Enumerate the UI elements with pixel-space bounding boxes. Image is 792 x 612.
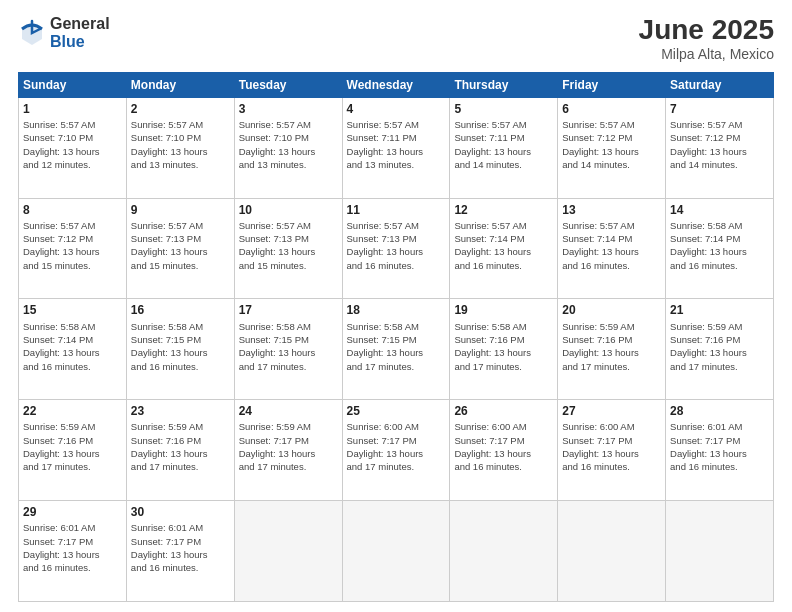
- day-info-line: Daylight: 13 hours: [347, 347, 424, 358]
- title-block: June 2025 Milpa Alta, Mexico: [639, 15, 774, 62]
- day-info-line: Sunset: 7:14 PM: [454, 233, 524, 244]
- day-info-line: Sunset: 7:14 PM: [562, 233, 632, 244]
- day-number: 10: [239, 202, 338, 218]
- day-info: Sunrise: 6:00 AMSunset: 7:17 PMDaylight:…: [562, 420, 661, 473]
- col-wednesday: Wednesday: [342, 72, 450, 97]
- day-info-line: Sunset: 7:16 PM: [454, 334, 524, 345]
- calendar-week-1: 1Sunrise: 5:57 AMSunset: 7:10 PMDaylight…: [19, 97, 774, 198]
- calendar-cell: 30Sunrise: 6:01 AMSunset: 7:17 PMDayligh…: [126, 501, 234, 602]
- day-info-line: and 13 minutes.: [131, 159, 199, 170]
- day-info-line: Sunrise: 6:00 AM: [347, 421, 419, 432]
- day-info-line: Daylight: 13 hours: [239, 448, 316, 459]
- location: Milpa Alta, Mexico: [639, 46, 774, 62]
- day-info-line: Sunset: 7:12 PM: [562, 132, 632, 143]
- calendar-cell: [234, 501, 342, 602]
- calendar-cell: 11Sunrise: 5:57 AMSunset: 7:13 PMDayligh…: [342, 198, 450, 299]
- day-info-line: Sunrise: 5:57 AM: [454, 220, 526, 231]
- calendar-cell: 7Sunrise: 5:57 AMSunset: 7:12 PMDaylight…: [666, 97, 774, 198]
- day-info: Sunrise: 6:01 AMSunset: 7:17 PMDaylight:…: [23, 521, 122, 574]
- col-tuesday: Tuesday: [234, 72, 342, 97]
- day-info-line: Sunrise: 5:58 AM: [23, 321, 95, 332]
- logo-general: General: [50, 15, 110, 33]
- day-info-line: and 17 minutes.: [347, 361, 415, 372]
- day-info: Sunrise: 5:58 AMSunset: 7:16 PMDaylight:…: [454, 320, 553, 373]
- day-info-line: Daylight: 13 hours: [562, 347, 639, 358]
- day-info-line: Sunrise: 5:58 AM: [347, 321, 419, 332]
- calendar-week-2: 8Sunrise: 5:57 AMSunset: 7:12 PMDaylight…: [19, 198, 774, 299]
- day-info-line: and 17 minutes.: [239, 361, 307, 372]
- day-info-line: Daylight: 13 hours: [454, 448, 531, 459]
- day-info-line: Daylight: 13 hours: [454, 246, 531, 257]
- day-info-line: and 16 minutes.: [670, 461, 738, 472]
- day-info-line: Sunrise: 5:59 AM: [131, 421, 203, 432]
- day-number: 19: [454, 302, 553, 318]
- calendar-cell: 18Sunrise: 5:58 AMSunset: 7:15 PMDayligh…: [342, 299, 450, 400]
- day-number: 13: [562, 202, 661, 218]
- calendar-cell: 12Sunrise: 5:57 AMSunset: 7:14 PMDayligh…: [450, 198, 558, 299]
- day-info-line: Daylight: 13 hours: [670, 448, 747, 459]
- day-info-line: Daylight: 13 hours: [670, 347, 747, 358]
- calendar-cell: 19Sunrise: 5:58 AMSunset: 7:16 PMDayligh…: [450, 299, 558, 400]
- day-number: 21: [670, 302, 769, 318]
- day-info-line: and 17 minutes.: [23, 461, 91, 472]
- day-info-line: Sunrise: 5:57 AM: [562, 220, 634, 231]
- day-info-line: Daylight: 13 hours: [347, 448, 424, 459]
- day-number: 30: [131, 504, 230, 520]
- logo-blue: Blue: [50, 33, 110, 51]
- day-info: Sunrise: 5:59 AMSunset: 7:16 PMDaylight:…: [562, 320, 661, 373]
- day-number: 3: [239, 101, 338, 117]
- day-info-line: Sunrise: 5:59 AM: [670, 321, 742, 332]
- day-info-line: Daylight: 13 hours: [131, 246, 208, 257]
- day-info-line: Sunset: 7:15 PM: [131, 334, 201, 345]
- day-info: Sunrise: 5:59 AMSunset: 7:17 PMDaylight:…: [239, 420, 338, 473]
- logo: General Blue: [18, 15, 110, 50]
- day-info-line: Sunset: 7:10 PM: [131, 132, 201, 143]
- day-info-line: Daylight: 13 hours: [131, 549, 208, 560]
- day-info-line: and 14 minutes.: [454, 159, 522, 170]
- day-info: Sunrise: 5:59 AMSunset: 7:16 PMDaylight:…: [23, 420, 122, 473]
- calendar-week-4: 22Sunrise: 5:59 AMSunset: 7:16 PMDayligh…: [19, 400, 774, 501]
- day-info-line: Daylight: 13 hours: [562, 448, 639, 459]
- day-info: Sunrise: 5:57 AMSunset: 7:14 PMDaylight:…: [562, 219, 661, 272]
- day-info: Sunrise: 5:57 AMSunset: 7:13 PMDaylight:…: [131, 219, 230, 272]
- day-info-line: Daylight: 13 hours: [23, 347, 100, 358]
- calendar-header-row: Sunday Monday Tuesday Wednesday Thursday…: [19, 72, 774, 97]
- page: General Blue June 2025 Milpa Alta, Mexic…: [0, 0, 792, 612]
- calendar-cell: 3Sunrise: 5:57 AMSunset: 7:10 PMDaylight…: [234, 97, 342, 198]
- calendar-cell: 24Sunrise: 5:59 AMSunset: 7:17 PMDayligh…: [234, 400, 342, 501]
- day-info-line: Sunrise: 5:58 AM: [131, 321, 203, 332]
- col-thursday: Thursday: [450, 72, 558, 97]
- day-info: Sunrise: 5:58 AMSunset: 7:15 PMDaylight:…: [131, 320, 230, 373]
- calendar-cell: 6Sunrise: 5:57 AMSunset: 7:12 PMDaylight…: [558, 97, 666, 198]
- day-info-line: Daylight: 13 hours: [562, 146, 639, 157]
- day-info-line: Sunrise: 5:58 AM: [239, 321, 311, 332]
- calendar-cell: 14Sunrise: 5:58 AMSunset: 7:14 PMDayligh…: [666, 198, 774, 299]
- day-number: 18: [347, 302, 446, 318]
- day-info-line: Sunrise: 6:01 AM: [131, 522, 203, 533]
- day-info-line: Sunset: 7:17 PM: [23, 536, 93, 547]
- day-info-line: Sunset: 7:13 PM: [131, 233, 201, 244]
- day-info-line: Sunrise: 5:57 AM: [562, 119, 634, 130]
- calendar-cell: 15Sunrise: 5:58 AMSunset: 7:14 PMDayligh…: [19, 299, 127, 400]
- day-info-line: and 16 minutes.: [131, 562, 199, 573]
- day-info-line: Sunset: 7:10 PM: [239, 132, 309, 143]
- day-info-line: Sunrise: 5:57 AM: [23, 119, 95, 130]
- day-number: 6: [562, 101, 661, 117]
- day-info-line: and 14 minutes.: [670, 159, 738, 170]
- calendar-cell: 1Sunrise: 5:57 AMSunset: 7:10 PMDaylight…: [19, 97, 127, 198]
- calendar-cell: 21Sunrise: 5:59 AMSunset: 7:16 PMDayligh…: [666, 299, 774, 400]
- calendar-cell: 23Sunrise: 5:59 AMSunset: 7:16 PMDayligh…: [126, 400, 234, 501]
- day-info-line: Sunset: 7:14 PM: [670, 233, 740, 244]
- day-info-line: Sunset: 7:17 PM: [670, 435, 740, 446]
- day-info-line: and 17 minutes.: [670, 361, 738, 372]
- day-info-line: and 17 minutes.: [131, 461, 199, 472]
- day-info-line: and 16 minutes.: [454, 461, 522, 472]
- day-info-line: Sunset: 7:16 PM: [23, 435, 93, 446]
- col-monday: Monday: [126, 72, 234, 97]
- day-info-line: and 16 minutes.: [131, 361, 199, 372]
- day-info-line: and 16 minutes.: [23, 562, 91, 573]
- day-info-line: Daylight: 13 hours: [23, 146, 100, 157]
- day-info-line: Sunset: 7:17 PM: [562, 435, 632, 446]
- day-number: 1: [23, 101, 122, 117]
- calendar-cell: 13Sunrise: 5:57 AMSunset: 7:14 PMDayligh…: [558, 198, 666, 299]
